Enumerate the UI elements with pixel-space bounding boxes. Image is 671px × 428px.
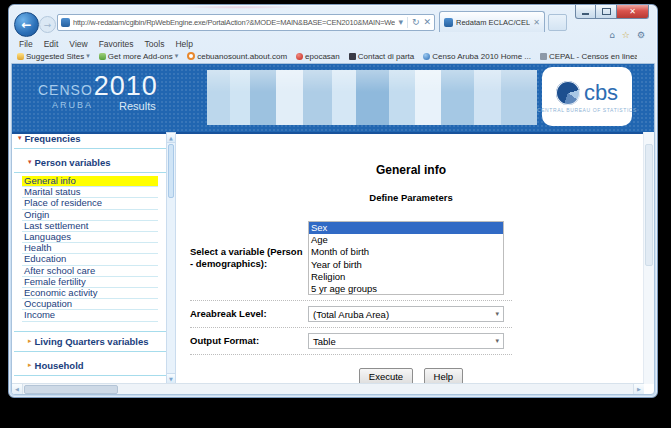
menu-file[interactable]: File [19, 39, 33, 49]
chevron-down-icon [86, 52, 90, 60]
minimize-button[interactable] [575, 5, 596, 19]
page-title: General info [178, 163, 644, 177]
menu-help[interactable]: Help [175, 39, 192, 49]
option-sex[interactable]: Sex [309, 222, 503, 234]
divider [14, 172, 166, 173]
scroll-down-icon[interactable]: ▼ [167, 373, 175, 383]
autocomplete-dropdown-icon[interactable] [398, 17, 403, 28]
sidebar-item-education[interactable]: Education [22, 254, 158, 265]
divider [14, 351, 166, 352]
sidebar-item-last-settlement[interactable]: Last settlement [22, 221, 158, 232]
divider [190, 300, 512, 301]
sidebar-section-living-quarters[interactable]: Living Quarters variables [24, 335, 166, 348]
menu-favorites[interactable]: Favorites [99, 39, 134, 49]
parameters-form: Select a variable (Person - demographics… [190, 221, 512, 355]
menu-bar: File Edit View Favorites Tools Help [19, 39, 193, 49]
address-bar-divider [407, 17, 408, 28]
option-month-of-birth[interactable]: Month of birth [309, 246, 503, 258]
main-vertical-scrollbar[interactable] [643, 132, 654, 384]
favorite-about[interactable]: cebuanosount.about.com [187, 52, 287, 61]
sidebar-item-occupation[interactable]: Occupation [22, 299, 158, 310]
output-format-select[interactable]: Table [308, 333, 504, 349]
chevron-down-icon [495, 337, 499, 345]
sidebar-item-after-school-care[interactable]: After school care [22, 266, 158, 277]
sidebar-item-marital-status[interactable]: Marital status [22, 187, 158, 198]
triangle-right-icon [28, 362, 32, 369]
window-controls: ✕ [575, 5, 649, 19]
option-5-yr-age-groups[interactable]: 5 yr age groups [309, 283, 503, 295]
tools-gear-icon[interactable] [637, 30, 645, 40]
maximize-icon [602, 8, 611, 15]
menu-view[interactable]: View [69, 39, 87, 49]
output-format-label: Output Format: [190, 335, 308, 347]
sidebar-item-female-fertility[interactable]: Female fertility [22, 277, 158, 288]
sidebar-item-general-info[interactable]: General info [22, 176, 158, 187]
favorite-censo-aruba-home[interactable]: Censo Aruba 2010 Home ... [423, 52, 531, 61]
tab-close-icon[interactable] [533, 18, 540, 27]
back-button[interactable]: ← [14, 12, 39, 37]
menu-edit[interactable]: Edit [44, 39, 59, 49]
option-year-of-birth[interactable]: Year of birth [309, 259, 503, 271]
favorites-icon[interactable] [622, 30, 630, 40]
browser-window: ← → http://w-redatam/cgibin/RpWebEngine.… [8, 4, 658, 398]
url-text[interactable]: http://w-redatam/cgibin/RpWebEngine.exe/… [73, 18, 395, 27]
favorite-get-addons[interactable]: Get more Add-ons [99, 52, 178, 61]
globe-icon [423, 53, 430, 60]
option-religion[interactable]: Religion [309, 271, 503, 283]
sidebar-item-income[interactable]: Income [22, 310, 158, 321]
favorite-contact[interactable]: Contact di parta [349, 52, 414, 61]
censo-2010-logo: CENSO2010 ARUBA Results [38, 73, 158, 112]
minimize-icon [582, 13, 589, 15]
new-tab-button[interactable] [548, 14, 567, 31]
sidebar-section-person-variables[interactable]: Person variables [24, 156, 166, 169]
help-button[interactable]: Help [424, 368, 464, 384]
site-icon [296, 53, 303, 60]
scrollbar-thumb[interactable] [645, 144, 653, 266]
divider [14, 375, 166, 376]
sidebar-item-origin[interactable]: Origin [22, 210, 158, 221]
menu-tools[interactable]: Tools [145, 39, 165, 49]
refresh-icon[interactable] [412, 17, 420, 28]
forward-button[interactable]: → [39, 16, 56, 33]
variable-listbox[interactable]: Sex Age Month of birth Year of birth Rel… [308, 221, 504, 295]
triangle-down-icon [18, 135, 22, 142]
home-icon[interactable] [609, 30, 615, 40]
close-icon: ✕ [629, 7, 636, 16]
chevron-down-icon [175, 52, 179, 60]
sidebar-item-economic-activity[interactable]: Economic activity [22, 288, 158, 299]
address-bar[interactable]: http://w-redatam/cgibin/RpWebEngine.exe/… [57, 14, 435, 31]
favorite-suggested-sites[interactable]: Suggested Sites [17, 52, 90, 61]
triangle-down-icon [28, 159, 32, 166]
page-viewport: CENSO2010 ARUBA Results cbs CENTRAL BURE… [11, 63, 655, 395]
scrollbar-thumb[interactable] [168, 144, 174, 198]
horizontal-scrollbar[interactable]: ◀ ▶ [12, 383, 644, 394]
favorite-cepal[interactable]: CEPAL - Censos en linea ... [540, 52, 637, 61]
site-header: CENSO2010 ARUBA Results cbs CENTRAL BURE… [12, 64, 654, 134]
page-favicon-icon [61, 18, 70, 27]
header-photo-strip [207, 70, 537, 125]
areabreak-select[interactable]: (Total Aruba Area) [308, 306, 504, 322]
execute-button[interactable]: Execute [359, 368, 413, 384]
tab-favicon-icon [444, 18, 453, 27]
favorite-epocasan[interactable]: epocasan [296, 52, 340, 61]
triangle-right-icon [28, 338, 32, 345]
sidebar-section-frequencies[interactable]: Frequencies [14, 132, 166, 145]
stop-icon[interactable] [423, 17, 431, 28]
close-button[interactable]: ✕ [617, 5, 649, 19]
sidebar-vertical-scrollbar[interactable]: ▲ ▼ [166, 132, 176, 384]
sidebar-item-health[interactable]: Health [22, 243, 158, 254]
option-age[interactable]: Age [309, 234, 503, 246]
maximize-button[interactable] [596, 5, 617, 19]
sidebar: Frequencies Person variables General inf… [14, 132, 166, 384]
scroll-up-icon[interactable]: ▲ [167, 133, 175, 143]
browser-tab[interactable]: Redatam ECLAC/CELADE ... [439, 11, 545, 32]
sidebar-section-household[interactable]: Household [24, 359, 166, 372]
areabreak-label: Areabreak Level: [190, 308, 308, 320]
scrollbar-thumb[interactable] [24, 385, 118, 394]
scroll-left-icon[interactable]: ◀ [12, 384, 23, 394]
sidebar-item-languages[interactable]: Languages [22, 232, 158, 243]
chevron-down-icon [495, 310, 499, 318]
sidebar-item-place-of-residence[interactable]: Place of residence [22, 198, 158, 209]
command-icons [609, 30, 645, 40]
scroll-right-icon[interactable]: ▶ [633, 384, 644, 394]
